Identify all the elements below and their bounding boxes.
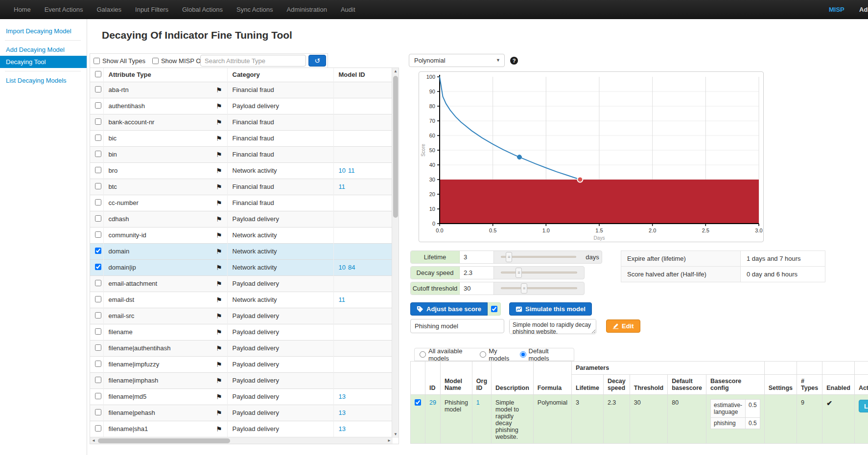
scroll-down-arrow-icon[interactable]: ▼ <box>392 431 399 438</box>
cutoff-threshold-value-input[interactable] <box>460 282 494 295</box>
scroll-right-arrow-icon[interactable]: ► <box>386 437 393 444</box>
attr-row-filename|impfuzzy[interactable]: ⚑filename|impfuzzyPayload delivery <box>90 356 393 372</box>
search-attribute-type-input[interactable] <box>200 55 306 67</box>
show-misp-objects-checkbox[interactable] <box>152 58 159 64</box>
load-model-button[interactable]: Load model <box>859 400 868 412</box>
attr-row-filename|pehash[interactable]: ⚑filename|pehashPayload delivery13 <box>90 405 393 421</box>
attr-checkbox-authentihash[interactable] <box>95 102 101 109</box>
current-score-dot[interactable] <box>517 155 522 159</box>
vertical-scroll-thumb[interactable] <box>393 76 398 218</box>
attr-row-domain|ip[interactable]: ⚑domain|ipNetwork activity1084 <box>90 259 393 275</box>
refresh-button[interactable]: ↺ <box>308 55 326 67</box>
model-id-link[interactable]: 29 <box>429 399 436 406</box>
misp-brand-link[interactable]: MISP <box>829 0 845 19</box>
decay-speed-slider-track[interactable]: ≡ <box>501 272 577 273</box>
attr-row-filename|authentihash[interactable]: ⚑filename|authentihashPayload delivery <box>90 340 393 356</box>
sidebar-item-add-decaying-model[interactable]: Add Decaying Model <box>0 44 87 56</box>
model-id-link-13[interactable]: 13 <box>339 393 346 400</box>
attr-row-bro[interactable]: ⚑broNetwork activity1011 <box>90 162 393 179</box>
attr-checkbox-email-dst[interactable] <box>95 296 101 302</box>
attr-row-filename|md5[interactable]: ⚑filename|md5Payload delivery13 <box>90 388 393 405</box>
attr-row-filename|imphash[interactable]: ⚑filename|imphashPayload delivery <box>90 372 393 388</box>
nav-item-input-filters[interactable]: Input Filters <box>128 0 175 19</box>
model-id-link-11[interactable]: 11 <box>339 183 346 190</box>
attr-checkbox-domain|ip[interactable] <box>95 264 101 270</box>
cutoff-threshold-slider-track[interactable]: ≡ <box>501 287 577 289</box>
lifetime-slider-handle[interactable]: ≡ <box>506 252 512 262</box>
scroll-left-arrow-icon[interactable]: ◄ <box>90 437 97 444</box>
cutoff-intersection-dot[interactable] <box>577 177 583 182</box>
scroll-up-arrow-icon[interactable]: ▲ <box>392 68 399 75</box>
radio-my-models[interactable] <box>480 351 486 358</box>
attr-checkbox-cdhash[interactable] <box>95 215 101 222</box>
cutoff-threshold-slider-handle[interactable]: ≡ <box>521 283 527 294</box>
attr-row-email-attachment[interactable]: ⚑email-attachmentPayload delivery <box>90 275 393 292</box>
simulate-model-button[interactable]: Simulate this model <box>509 302 592 316</box>
attr-row-email-src[interactable]: ⚑email-srcPayload delivery <box>90 308 393 324</box>
attribute-table-vertical-scrollbar[interactable]: ▲ ▼ <box>392 68 399 438</box>
attr-row-filename[interactable]: ⚑filenamePayload delivery <box>90 324 393 340</box>
attr-row-bank-account-nr[interactable]: ⚑bank-account-nrFinancial fraud <box>90 114 393 130</box>
model-row-checkbox[interactable] <box>415 399 421 406</box>
model-id-link-13[interactable]: 13 <box>339 409 346 416</box>
nav-item-global-actions[interactable]: Global Actions <box>175 0 230 19</box>
attr-checkbox-filename|sha1[interactable] <box>95 425 101 432</box>
attr-row-bin[interactable]: ⚑binFinancial fraud <box>90 146 393 162</box>
attr-row-filename|sha1[interactable]: ⚑filename|sha1Payload delivery13 <box>90 421 393 437</box>
model-id-link-84[interactable]: 84 <box>348 264 355 271</box>
nav-item-administration[interactable]: Administration <box>280 0 334 19</box>
model-row[interactable]: 29 Phishing model 1 Simple model to rapi… <box>411 395 868 444</box>
model-description-textarea[interactable]: Simple model to rapidly decay phishing w… <box>509 319 596 334</box>
nav-item-event-actions[interactable]: Event Actions <box>38 0 90 19</box>
attr-checkbox-email-src[interactable] <box>95 312 101 318</box>
attr-checkbox-community-id[interactable] <box>95 231 101 238</box>
nav-item-sync-actions[interactable]: Sync Actions <box>230 0 280 19</box>
attr-checkbox-filename|impfuzzy[interactable] <box>95 361 101 367</box>
sidebar-item-list-decaying-models[interactable]: List Decaying Models <box>0 74 87 87</box>
attr-checkbox-filename|imphash[interactable] <box>95 377 101 383</box>
attr-checkbox-filename|md5[interactable] <box>95 393 101 399</box>
sidebar-item-decaying-tool[interactable]: Decaying Tool <box>0 56 87 68</box>
attribute-table-horizontal-scrollbar[interactable]: ◄ ► <box>90 437 393 444</box>
attr-checkbox-email-attachment[interactable] <box>95 280 101 286</box>
attr-row-btc[interactable]: ⚑btcFinancial fraud11 <box>90 179 393 195</box>
attr-row-email-dst[interactable]: ⚑email-dstNetwork activity11 <box>90 292 393 308</box>
nav-item-galaxies[interactable]: Galaxies <box>90 0 128 19</box>
attr-row-community-id[interactable]: ⚑community-idNetwork activity <box>90 227 393 243</box>
formula-select[interactable]: Polynomial ▼ <box>409 54 505 67</box>
sidebar-item-import-decaying-model[interactable]: Import Decaying Model <box>0 25 87 37</box>
attr-checkbox-cc-number[interactable] <box>95 199 101 205</box>
model-id-link-13[interactable]: 13 <box>339 425 346 432</box>
attr-checkbox-domain[interactable] <box>95 248 101 254</box>
model-org-link[interactable]: 1 <box>476 399 480 406</box>
attr-checkbox-bro[interactable] <box>95 167 101 173</box>
attr-row-domain[interactable]: ⚑domainNetwork activity <box>90 243 393 259</box>
adjust-base-score-checkbox[interactable] <box>491 306 497 312</box>
model-name-input[interactable] <box>410 319 504 333</box>
model-id-link-10[interactable]: 10 <box>339 264 346 271</box>
model-id-link-11[interactable]: 11 <box>348 167 355 174</box>
decay-speed-value-input[interactable] <box>460 267 494 279</box>
nav-user-link[interactable]: Admin <box>859 0 868 19</box>
attr-checkbox-filename|authentihash[interactable] <box>95 344 101 351</box>
attr-row-aba-rtn[interactable]: ⚑aba-rtnFinancial fraud <box>90 82 393 98</box>
horizontal-scroll-thumb[interactable] <box>98 438 230 443</box>
attr-checkbox-bin[interactable] <box>95 151 101 157</box>
lifetime-slider-track[interactable]: ≡ <box>501 256 576 258</box>
attr-checkbox-filename|pehash[interactable] <box>95 409 101 415</box>
radio-default-models[interactable] <box>520 351 526 358</box>
lifetime-value-input[interactable] <box>460 251 494 263</box>
attr-checkbox-aba-rtn[interactable] <box>95 86 101 92</box>
attr-checkbox-btc[interactable] <box>95 183 101 189</box>
select-all-checkbox[interactable] <box>95 71 101 77</box>
model-id-link-10[interactable]: 10 <box>339 167 346 174</box>
attr-checkbox-bic[interactable] <box>95 135 101 141</box>
help-icon[interactable]: ? <box>510 57 518 65</box>
attr-row-bic[interactable]: ⚑bicFinancial fraud <box>90 130 393 146</box>
adjust-base-score-button[interactable]: Adjust base score <box>410 302 488 316</box>
show-all-types-checkbox[interactable] <box>94 58 100 64</box>
model-id-link-11[interactable]: 11 <box>339 296 346 303</box>
attr-checkbox-filename[interactable] <box>95 328 101 335</box>
nav-item-audit[interactable]: Audit <box>334 0 362 19</box>
attr-row-cc-number[interactable]: ⚑cc-numberFinancial fraud <box>90 195 393 211</box>
